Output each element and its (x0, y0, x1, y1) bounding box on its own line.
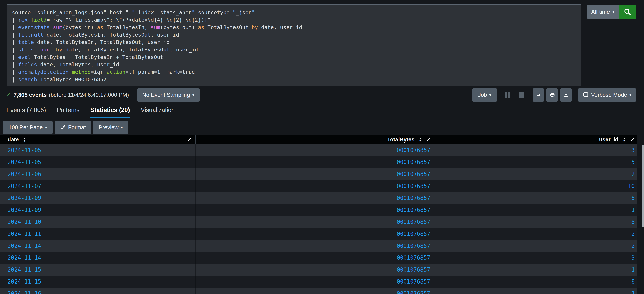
cell-date[interactable]: 2024-11-15 (8, 266, 41, 273)
per-page-label: 100 Per Page (8, 124, 43, 131)
cell-totalbytes[interactable]: 0001076857 (397, 218, 430, 225)
table-row: 2024-11-15 0001076857 1 (0, 264, 638, 276)
export-job-button[interactable] (560, 88, 572, 102)
cell-date[interactable]: 2024-11-09 (8, 195, 41, 201)
column-header-totalbytes[interactable]: TotalBytes ▲▼ (196, 135, 438, 144)
cell-totalbytes[interactable]: 0001076857 (397, 230, 430, 237)
table-row: 2024-11-14 0001076857 2 (0, 240, 638, 252)
cell-date[interactable]: 2024-11-07 (8, 183, 41, 189)
cell-userid[interactable]: 2 (631, 242, 635, 249)
event-sampling-label: No Event Sampling (142, 92, 190, 98)
share-job-button[interactable] (532, 88, 544, 102)
splunk-search-page: source="splunk_anon_logs.json" host="-" … (0, 0, 644, 294)
event-count-note: (before 11/4/24 6:40:17.000 PM) (49, 92, 129, 98)
column-header-date[interactable]: date ▲▼ (0, 135, 196, 144)
edit-column-icon[interactable] (630, 137, 635, 142)
cell-userid[interactable]: 8 (631, 278, 635, 285)
table-row: 2024-11-16 0001076857 7 (0, 287, 638, 294)
query-line: | anomalydetection method=iqr action=tf … (12, 68, 578, 76)
query-line: | rex field=_raw "\"timestamp\": \"(?<da… (12, 16, 578, 24)
time-range-picker[interactable]: All time ▾ (587, 5, 619, 19)
cell-userid[interactable]: 1 (631, 266, 635, 273)
paintbrush-icon (60, 125, 66, 130)
chevron-down-icon: ▾ (45, 125, 47, 129)
tab-patterns[interactable]: Patterns (57, 105, 80, 118)
cell-totalbytes[interactable]: 0001076857 (397, 254, 430, 261)
cell-userid[interactable]: 2 (631, 171, 635, 177)
cell-totalbytes[interactable]: 0001076857 (397, 207, 430, 213)
format-button[interactable]: Format (54, 121, 91, 134)
edit-column-icon[interactable] (426, 137, 431, 142)
cell-date[interactable]: 2024-11-11 (8, 230, 41, 237)
stop-job-button[interactable] (519, 92, 524, 98)
query-line: | fillnull date, TotalBytesIn, TotalByte… (12, 31, 578, 39)
cell-totalbytes[interactable]: 0001076857 (397, 183, 430, 189)
cell-userid[interactable]: 8 (631, 195, 635, 201)
cell-date[interactable]: 2024-11-06 (8, 171, 41, 177)
cell-userid[interactable]: 10 (628, 183, 635, 189)
search-mode-dropdown[interactable]: Verbose Mode ▾ (578, 88, 636, 102)
table-row: 2024-11-10 0001076857 8 (0, 216, 638, 228)
cell-totalbytes[interactable]: 0001076857 (397, 266, 430, 273)
column-header-userid[interactable]: user_id ▲▼ (438, 135, 638, 144)
search-button[interactable] (619, 5, 636, 19)
cell-date[interactable]: 2024-11-15 (8, 278, 41, 285)
cell-totalbytes[interactable]: 0001076857 (397, 278, 430, 285)
cell-userid[interactable]: 5 (631, 159, 635, 165)
job-status-bar: ✓ 7,805 events (before 11/4/24 6:40:17.0… (6, 88, 636, 102)
cell-totalbytes[interactable]: 0001076857 (397, 290, 430, 294)
print-icon (549, 92, 556, 98)
format-label: Format (68, 124, 86, 131)
cell-totalbytes[interactable]: 0001076857 (397, 147, 430, 154)
cell-date[interactable]: 2024-11-10 (8, 218, 41, 225)
sort-icon[interactable]: ▲▼ (23, 137, 26, 142)
table-row: 2024-11-07 0001076857 10 (0, 180, 638, 192)
column-label-date: date (8, 136, 19, 143)
job-menu-label: Job (478, 92, 487, 98)
search-query-input[interactable]: source="splunk_anon_logs.json" host="-" … (7, 4, 581, 87)
event-sampling-dropdown[interactable]: No Event Sampling ▾ (137, 88, 200, 102)
query-line: | fields date, TotalBytes, user_id (12, 61, 578, 68)
cell-totalbytes[interactable]: 0001076857 (397, 159, 430, 165)
query-line: | eventstats sum(bytes_in) as TotalBytes… (12, 24, 578, 31)
cell-date[interactable]: 2024-11-14 (8, 254, 41, 261)
cell-totalbytes[interactable]: 0001076857 (397, 195, 430, 201)
chevron-down-icon: ▾ (489, 93, 491, 97)
cell-userid[interactable]: 7 (631, 290, 635, 294)
time-range-label: All time (591, 9, 610, 15)
cell-userid[interactable]: 3 (631, 147, 635, 154)
download-icon (563, 92, 570, 98)
cell-userid[interactable]: 1 (631, 207, 635, 213)
print-job-button[interactable] (546, 88, 558, 102)
search-controls: All time ▾ (587, 5, 636, 19)
cell-date[interactable]: 2024-11-14 (8, 242, 41, 249)
sort-icon[interactable]: ▲▼ (419, 137, 422, 142)
cell-userid[interactable]: 3 (631, 254, 635, 261)
results-tabs: Events (7,805) Patterns Statistics (20) … (6, 105, 175, 118)
tab-events[interactable]: Events (7,805) (6, 105, 46, 118)
cell-totalbytes[interactable]: 0001076857 (397, 242, 430, 249)
sort-icon[interactable]: ▲▼ (623, 137, 626, 142)
cell-date[interactable]: 2024-11-05 (8, 147, 41, 154)
cell-date[interactable]: 2024-11-05 (8, 159, 41, 165)
cell-date[interactable]: 2024-11-16 (8, 290, 41, 294)
query-line: | eval TotalBytes = TotalBytesIn + Total… (12, 53, 578, 61)
query-line: source="splunk_anon_logs.json" host="-" … (12, 9, 578, 16)
table-row: 2024-11-06 0001076857 2 (0, 168, 638, 180)
cell-userid[interactable]: 8 (631, 218, 635, 225)
edit-column-icon[interactable] (186, 137, 192, 142)
chevron-down-icon: ▾ (192, 93, 194, 97)
cell-totalbytes[interactable]: 0001076857 (397, 171, 430, 177)
table-header-row: date ▲▼ TotalBytes ▲▼ (0, 135, 638, 144)
vertical-scrollbar-thumb[interactable] (642, 145, 644, 227)
event-count: 7,805 events (14, 92, 47, 98)
tab-visualization[interactable]: Visualization (141, 105, 175, 118)
pause-job-button[interactable] (505, 92, 510, 98)
preview-dropdown[interactable]: Preview ▾ (93, 121, 128, 134)
job-menu-button[interactable]: Job ▾ (472, 88, 497, 102)
table-row: 2024-11-15 0001076857 8 (0, 276, 638, 288)
per-page-dropdown[interactable]: 100 Per Page ▾ (3, 121, 52, 134)
cell-userid[interactable]: 2 (631, 230, 635, 237)
tab-statistics[interactable]: Statistics (20) (90, 105, 130, 118)
cell-date[interactable]: 2024-11-09 (8, 207, 41, 213)
